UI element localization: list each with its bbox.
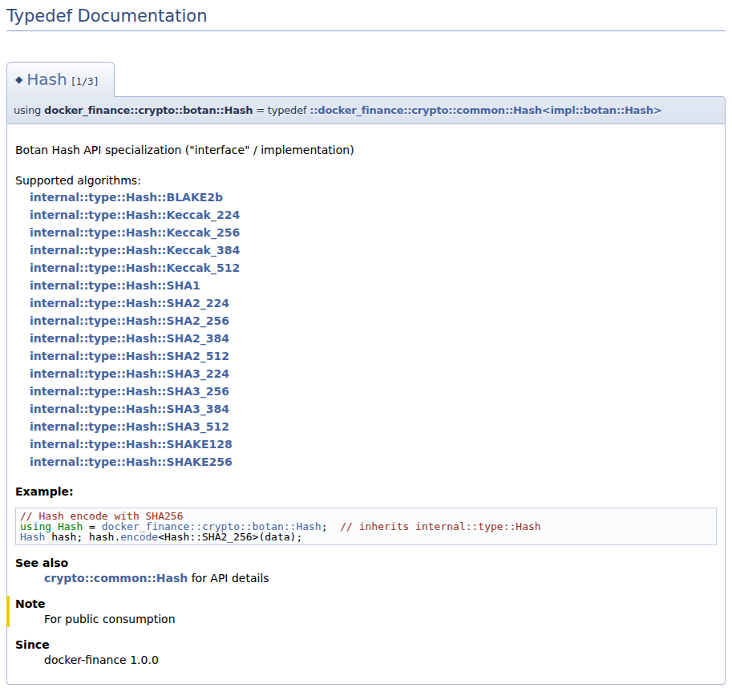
see-also-suffix: for API details <box>188 572 269 585</box>
algorithm-item: internal::type::Hash::BLAKE2b <box>30 188 717 206</box>
algorithm-item: internal::type::Hash::Keccak_224 <box>30 206 717 224</box>
algorithm-link[interactable]: internal::type::Hash::SHA3_224 <box>30 367 229 380</box>
algorithm-item: internal::type::Hash::SHA2_512 <box>30 347 717 365</box>
algorithm-link[interactable]: internal::type::Hash::SHA3_384 <box>30 403 229 415</box>
algorithm-item: internal::type::Hash::Keccak_256 <box>30 224 717 241</box>
see-also-section: See also crypto::common::Hash for API de… <box>15 556 717 585</box>
since-label: Since <box>15 638 717 651</box>
algorithm-link[interactable]: internal::type::Hash::SHA3_256 <box>30 385 229 398</box>
member-tab: ◆Hash[1/3] <box>6 62 115 97</box>
supported-algorithms-label: Supported algorithms: <box>15 174 717 187</box>
algorithm-item: internal::type::Hash::SHA3_512 <box>30 418 717 435</box>
algorithm-item: internal::type::Hash::SHA1 <box>30 277 717 294</box>
algorithm-link[interactable]: internal::type::Hash::SHA1 <box>30 279 200 292</box>
algorithm-item: internal::type::Hash::SHA2_256 <box>30 312 717 330</box>
proto-using-keyword: using <box>14 104 44 116</box>
see-also-label: See also <box>15 556 717 569</box>
typedef-declaration: using docker_finance::crypto::botan::Has… <box>6 96 726 124</box>
code-hash-type-link[interactable]: Hash <box>20 531 45 543</box>
code-semicolon: ; <box>322 520 340 532</box>
member-title: Hash <box>26 70 67 89</box>
proto-target-type-link[interactable]: ::docker_finance::crypto::common::Hash<i… <box>309 104 661 116</box>
algorithm-list: internal::type::Hash::BLAKE2binternal::t… <box>15 188 717 471</box>
member-documentation: Botan Hash API specialization ("interfac… <box>6 124 726 685</box>
algorithm-link[interactable]: internal::type::Hash::Keccak_256 <box>30 226 240 239</box>
section-title: Typedef Documentation <box>6 4 726 31</box>
algorithm-link[interactable]: internal::type::Hash::SHAKE256 <box>30 455 233 468</box>
code-line-3: Hash hash; hash.encode<Hash::SHA2_256>(d… <box>20 532 712 542</box>
algorithm-link[interactable]: internal::type::Hash::Keccak_224 <box>30 208 240 221</box>
since-section: Since docker-finance 1.0.0 <box>15 638 717 666</box>
since-text: docker-finance 1.0.0 <box>44 653 717 666</box>
algorithm-item: internal::type::Hash::SHAKE256 <box>30 453 717 471</box>
algorithm-link[interactable]: internal::type::Hash::SHA3_512 <box>30 420 229 433</box>
member-item: using docker_finance::crypto::botan::Has… <box>6 96 726 685</box>
note-label: Note <box>15 597 717 610</box>
algorithm-item: internal::type::Hash::SHA2_224 <box>30 294 717 312</box>
see-also-link[interactable]: crypto::common::Hash <box>44 572 188 585</box>
member-overload-badge: [1/3] <box>71 76 99 87</box>
member-description: Botan Hash API specialization ("interfac… <box>15 144 717 156</box>
algorithm-link[interactable]: internal::type::Hash::Keccak_384 <box>30 244 240 257</box>
algorithm-link[interactable]: internal::type::Hash::SHA2_512 <box>30 350 229 362</box>
code-inline-comment: // inherits internal::type::Hash <box>340 520 540 532</box>
algorithm-link[interactable]: internal::type::Hash::SHA2_224 <box>30 297 229 310</box>
algorithm-item: internal::type::Hash::SHA2_384 <box>30 330 717 347</box>
note-text: For public consumption <box>44 613 717 625</box>
proto-equals-typedef: = typedef <box>253 104 309 116</box>
algorithm-link[interactable]: internal::type::Hash::SHA2_256 <box>30 314 229 327</box>
algorithm-item: internal::type::Hash::SHA3_256 <box>30 382 717 400</box>
code-encode-method-link[interactable]: encode <box>120 531 158 543</box>
permalink-anchor-icon[interactable]: ◆ <box>15 74 22 85</box>
algorithm-item: internal::type::Hash::Keccak_512 <box>30 259 717 277</box>
code-middle-text: hash; hash. <box>45 531 120 543</box>
algorithm-link[interactable]: internal::type::Hash::SHAKE128 <box>30 438 233 451</box>
proto-qualified-name: docker_finance::crypto::botan::Hash <box>44 104 253 116</box>
algorithm-item: internal::type::Hash::SHAKE128 <box>30 435 717 453</box>
note-section: Note For public consumption <box>6 596 717 627</box>
algorithm-link[interactable]: internal::type::Hash::Keccak_512 <box>30 261 240 274</box>
algorithm-link[interactable]: internal::type::Hash::BLAKE2b <box>30 191 223 204</box>
algorithm-item: internal::type::Hash::SHA3_224 <box>30 365 717 382</box>
code-example: // Hash encode with SHA256 using Hash = … <box>15 508 717 545</box>
algorithm-item: internal::type::Hash::SHA3_384 <box>30 400 717 418</box>
content-area: Typedef Documentation ◆Hash[1/3] using d… <box>6 4 726 685</box>
algorithm-item: internal::type::Hash::Keccak_384 <box>30 241 717 259</box>
algorithm-link[interactable]: internal::type::Hash::SHA2_384 <box>30 332 229 345</box>
see-also-content: crypto::common::Hash for API details <box>44 572 717 585</box>
code-rest-text: <Hash::SHA2_256>(data); <box>158 531 302 543</box>
example-label: Example: <box>15 485 717 498</box>
